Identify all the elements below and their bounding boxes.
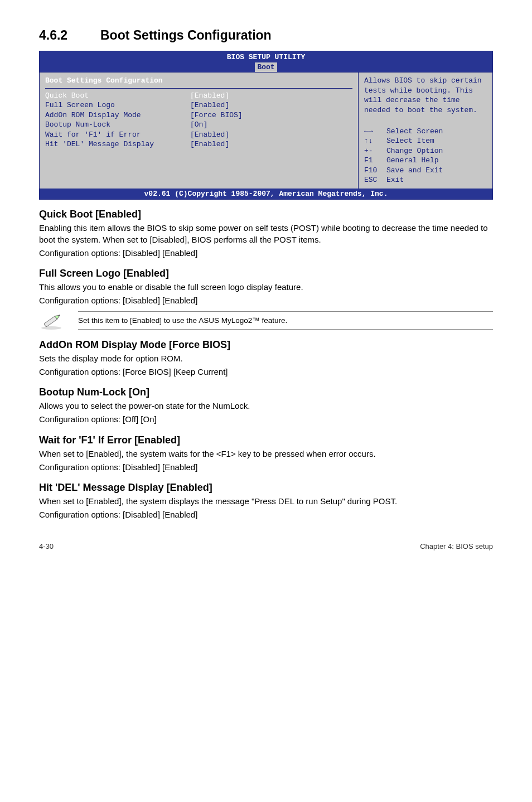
bios-title-bar: BIOS SETUP UTILITY Boot <box>40 51 492 72</box>
bios-left-heading: Boot Settings Configuration <box>45 76 352 89</box>
section-number: 4.6.2 <box>39 28 100 43</box>
heading-numlock: Bootup Num-Lock [On] <box>39 386 493 398</box>
bios-row: Bootup Num-Lock[On] <box>45 120 352 130</box>
heading-wait-f1: Wait for 'F1' If Error [Enabled] <box>39 434 493 446</box>
bios-footer: v02.61 (C)Copyright 1985-2007, American … <box>40 189 492 200</box>
bios-tab-boot: Boot <box>255 62 277 73</box>
bios-left-pane: Boot Settings Configuration Quick Boot[E… <box>40 72 359 189</box>
bios-row: Quick Boot[Enabled] <box>45 91 352 101</box>
bios-row: Hit 'DEL' Message Display[Enabled] <box>45 139 352 149</box>
paragraph: Allows you to select the power-on state … <box>39 400 493 412</box>
svg-point-0 <box>41 326 61 330</box>
paragraph: Configuration options: [Disabled] [Enabl… <box>39 248 493 259</box>
bios-row: AddOn ROM Display Mode[Force BIOS] <box>45 110 352 120</box>
note-block: Set this item to [Enabled] to use the AS… <box>39 311 493 330</box>
paragraph: Configuration options: [Force BIOS] [Kee… <box>39 366 493 378</box>
paragraph: This allows you to enable or disable the… <box>39 282 493 293</box>
bios-row: Full Screen Logo[Enabled] <box>45 100 352 110</box>
page-footer: 4-30 Chapter 4: BIOS setup <box>39 542 493 550</box>
paragraph: Configuration options: [Disabled] [Enabl… <box>39 462 493 473</box>
pencil-icon <box>39 311 64 330</box>
paragraph: Sets the display mode for option ROM. <box>39 353 493 364</box>
bios-row: Wait for 'F1' if Error[Enabled] <box>45 130 352 140</box>
heading-hit-del: Hit 'DEL' Message Display [Enabled] <box>39 482 493 494</box>
paragraph: Configuration options: [Disabled] [Enabl… <box>39 295 493 306</box>
bios-right-pane: Allows BIOS to skip certain tests while … <box>359 72 492 189</box>
heading-quick-boot: Quick Boot [Enabled] <box>39 209 493 220</box>
heading-full-screen-logo: Full Screen Logo [Enabled] <box>39 268 493 279</box>
paragraph: When set to [Enabled], the system waits … <box>39 448 493 460</box>
heading-addon-rom: AddOn ROM Display Mode [Force BIOS] <box>39 339 493 351</box>
note-text: Set this item to [Enabled] to use the AS… <box>78 311 493 330</box>
page-number: 4-30 <box>39 542 54 550</box>
svg-rect-1 <box>44 316 57 327</box>
paragraph: Enabling this item allows the BIOS to sk… <box>39 223 493 245</box>
section-heading: 4.6.2Boot Settings Configuration <box>39 28 493 43</box>
bios-title-text: BIOS SETUP UTILITY <box>40 52 492 62</box>
bios-screenshot: BIOS SETUP UTILITY Boot Boot Settings Co… <box>39 51 493 200</box>
bios-help-text: Allows BIOS to skip certain tests while … <box>364 76 487 115</box>
paragraph: When set to [Enabled], the system displa… <box>39 496 493 507</box>
section-title: Boot Settings Configuration <box>100 28 272 42</box>
chapter-label: Chapter 4: BIOS setup <box>420 542 493 550</box>
paragraph: Configuration options: [Disabled] [Enabl… <box>39 509 493 520</box>
bios-key-legend: ←→Select Screen ↑↓Select Item +-Change O… <box>364 127 487 185</box>
paragraph: Configuration options: [Off] [On] <box>39 414 493 425</box>
